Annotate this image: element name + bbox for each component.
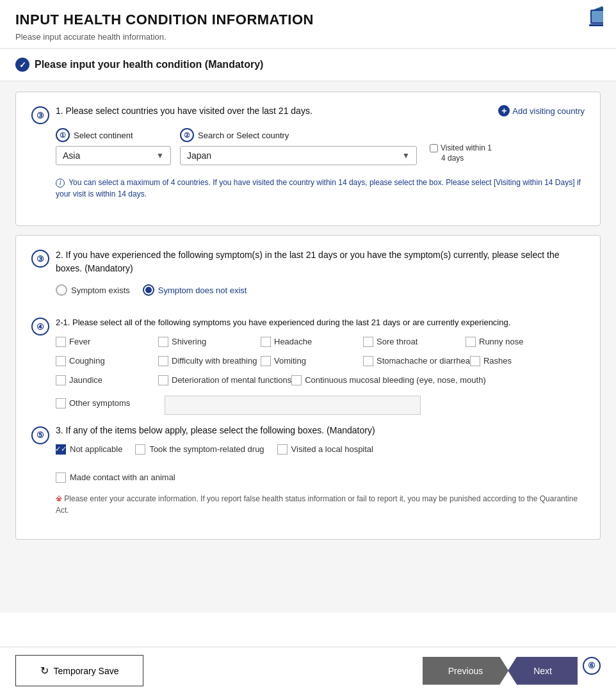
other-symptoms-row: Other symptoms bbox=[56, 396, 585, 415]
continent-dropdown[interactable]: Asia ▼ bbox=[56, 146, 171, 165]
step4-circle: ④ bbox=[31, 318, 49, 335]
exists-radio-label: Symptom exists bbox=[71, 286, 130, 295]
symptom-jaundice[interactable]: Jaundice bbox=[56, 375, 158, 385]
continent-value: Asia bbox=[63, 150, 80, 161]
applicable-drug[interactable]: Took the symptom-related drug bbox=[135, 444, 264, 455]
symptom-stomachache[interactable]: Stomachache or diarrhea bbox=[363, 356, 470, 366]
add-country-button[interactable]: + Add visiting country bbox=[498, 105, 585, 117]
temp-save-button[interactable]: ↻ Temporary Save bbox=[15, 655, 143, 686]
applicable-hospital[interactable]: Visited a local hospital bbox=[277, 444, 373, 455]
symptom-label-runny_nose: Runny nose bbox=[479, 337, 523, 346]
add-icon: + bbox=[498, 105, 510, 117]
card3-step-row: ⑤ 3. If any of the items below apply, pl… bbox=[31, 425, 585, 516]
symptom-checkbox-mucosal bbox=[291, 375, 302, 385]
step3b-circle: ③ bbox=[31, 250, 49, 268]
svg-rect-3 bbox=[589, 24, 603, 26]
sub-section-title: 2-1. Please select all of the following … bbox=[56, 316, 585, 329]
info-box: i You can select a maximum of 4 countrie… bbox=[56, 174, 585, 202]
page-title: INPUT HEALTH CONDITION INFORMATION bbox=[15, 12, 601, 28]
symptom-difficulty[interactable]: Difficulty with breathing bbox=[158, 356, 261, 366]
card1-header-row: ③ 1. Please select countries you have vi… bbox=[31, 105, 585, 202]
continent-label-row: ① Select continent bbox=[56, 128, 171, 142]
applicable-checkbox-animal bbox=[56, 472, 66, 483]
card3-container: ⑤ 3. If any of the items below apply, pl… bbox=[31, 425, 585, 516]
other-symptoms-label: Other symptoms bbox=[69, 398, 130, 408]
info-icon: i bbox=[56, 179, 65, 188]
symptom-mucosal[interactable]: Continuous mucosal bleeding (eye, nose, … bbox=[291, 375, 486, 385]
step6-circle: ⑥ bbox=[583, 657, 601, 675]
symptom-label-rashes: Rashes bbox=[483, 356, 512, 366]
symptoms-card: ③ 2. If you have experienced the followi… bbox=[15, 235, 601, 540]
next-button[interactable]: Next bbox=[508, 657, 578, 685]
symptom-label-shivering: Shivering bbox=[172, 337, 206, 346]
not-exist-radio-circle bbox=[143, 284, 154, 296]
section-heading: ✓ Please input your health condition (Ma… bbox=[0, 49, 616, 81]
visited-checkbox[interactable] bbox=[430, 144, 438, 152]
other-symptoms-input[interactable] bbox=[165, 396, 421, 415]
symptom-label-jaundice: Jaundice bbox=[69, 375, 102, 385]
visited-label[interactable]: Visited within 1 bbox=[430, 143, 492, 152]
symptom-checkbox-runny_nose bbox=[466, 337, 476, 347]
visited-checkbox-group: Visited within 1 4 days bbox=[430, 143, 492, 163]
warning-body: Please enter your accurate information. … bbox=[56, 494, 578, 515]
symptom-checkbox-stomachache bbox=[363, 356, 373, 366]
page-subtitle: Please input accurate health information… bbox=[15, 32, 601, 42]
card3-question: 3. If any of the items below apply, plea… bbox=[56, 425, 585, 435]
applicable-label-drug: Took the symptom-related drug bbox=[149, 444, 264, 454]
num2-circle: ② bbox=[180, 128, 194, 142]
applicable-not_applicable[interactable]: ✓Not applicable bbox=[56, 444, 122, 455]
not-exist-radio-label: Symptom does not exist bbox=[158, 286, 247, 295]
bottom-bar: ↻ Temporary Save Previous Next ⑥ bbox=[0, 647, 616, 694]
country-arrow-icon: ▼ bbox=[402, 151, 410, 160]
symptom-checkbox-sore_throat bbox=[363, 337, 373, 347]
symptom-label-deterioration: Deterioration of mental functions bbox=[172, 375, 291, 385]
add-country-label: Add visiting country bbox=[512, 106, 585, 116]
continent-label: Select continent bbox=[74, 131, 133, 140]
header-logo bbox=[552, 6, 603, 38]
card2-sub-row: ④ 2-1. Please select all of the followin… bbox=[31, 316, 585, 415]
applicable-label-animal: Made contact with an animal bbox=[70, 472, 175, 482]
section-heading-text: Please input your health condition (Mand… bbox=[35, 59, 263, 70]
country-label: Search or Select country bbox=[198, 131, 289, 140]
country-group: ② Search or Select country Japan ▼ bbox=[180, 128, 417, 165]
symptom-sore_throat[interactable]: Sore throat bbox=[363, 337, 466, 347]
symptom-not-exist-option[interactable]: Symptom does not exist bbox=[143, 284, 247, 296]
other-symptoms-item[interactable]: Other symptoms bbox=[56, 398, 158, 408]
symptom-headache[interactable]: Headache bbox=[261, 337, 363, 347]
symptom-checkbox-rashes bbox=[470, 356, 480, 366]
symptom-checkbox-coughing bbox=[56, 356, 66, 366]
symptom-checkbox-vomiting bbox=[261, 356, 271, 366]
symptom-exists-option[interactable]: Symptom exists bbox=[56, 284, 130, 296]
symptom-shivering[interactable]: Shivering bbox=[158, 337, 261, 347]
symptom-label-coughing: Coughing bbox=[69, 356, 105, 366]
other-symptoms-checkbox bbox=[56, 398, 66, 408]
card1-question: 1. Please select countries you have visi… bbox=[56, 106, 312, 116]
country-dropdown[interactable]: Japan ▼ bbox=[180, 146, 417, 165]
symptom-label-fever: Fever bbox=[69, 337, 90, 346]
symptom-checkbox-headache bbox=[261, 337, 271, 347]
symptom-rashes[interactable]: Rashes bbox=[470, 356, 572, 366]
symptom-vomiting[interactable]: Vomiting bbox=[261, 356, 363, 366]
page-header: INPUT HEALTH CONDITION INFORMATION Pleas… bbox=[0, 0, 616, 49]
num1-circle: ① bbox=[56, 128, 70, 142]
symptom-runny_nose[interactable]: Runny nose bbox=[466, 337, 568, 347]
applicable-checkbox-drug bbox=[135, 444, 145, 455]
symptom-label-mucosal: Continuous mucosal bleeding (eye, nose, … bbox=[305, 375, 486, 385]
temp-save-label: Temporary Save bbox=[54, 666, 119, 676]
symptoms-grid: FeverShiveringHeadacheSore throatRunny n… bbox=[56, 337, 585, 389]
card2-question: 2. If you have experienced the following… bbox=[56, 248, 585, 275]
selectors-row: ① Select continent Asia ▼ ② bbox=[56, 128, 585, 165]
next-label: Next bbox=[533, 666, 552, 676]
symptom-coughing[interactable]: Coughing bbox=[56, 356, 158, 366]
previous-button[interactable]: Previous bbox=[423, 657, 508, 685]
refresh-icon: ↻ bbox=[40, 665, 49, 677]
symptom-label-sore_throat: Sore throat bbox=[377, 337, 417, 346]
country-selection-card: ③ 1. Please select countries you have vi… bbox=[15, 92, 601, 226]
step3-circle: ③ bbox=[31, 106, 49, 124]
visited-label1: Visited within 1 bbox=[441, 143, 492, 152]
symptom-fever[interactable]: Fever bbox=[56, 337, 158, 347]
applicable-animal[interactable]: Made contact with an animal bbox=[56, 472, 175, 483]
applicable-checkbox-hospital bbox=[277, 444, 288, 455]
svg-rect-1 bbox=[592, 11, 603, 22]
symptom-deterioration[interactable]: Deterioration of mental functions bbox=[158, 375, 291, 385]
